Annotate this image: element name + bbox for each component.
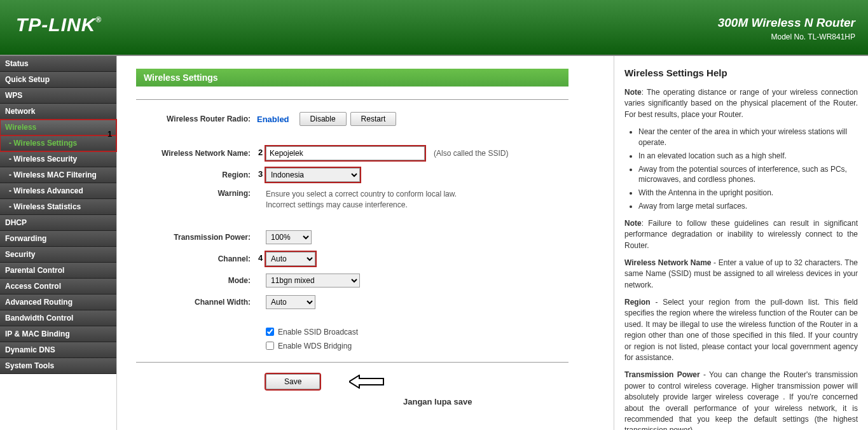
divider — [136, 99, 568, 100]
wds-bridging-checkbox[interactable] — [266, 342, 274, 350]
help-bullet-list: Near the center of the area in which you… — [638, 127, 858, 212]
help-tx-power: Transmission Power - You can change the … — [624, 370, 858, 430]
tx-power-select[interactable]: 100% — [266, 230, 312, 244]
main-content: 1 Wireless Settings Wireless Router Radi… — [117, 56, 614, 430]
warning-text-2: Incorrect settings may cause interferenc… — [266, 200, 568, 211]
sidebar-item-wireless-statistics[interactable]: - Wireless Statistics — [0, 199, 116, 215]
region-label: Region: — [136, 170, 257, 179]
sidebar-item-network[interactable]: Network — [0, 104, 116, 120]
ssid-broadcast-checkbox[interactable] — [266, 328, 274, 336]
sidebar-item-forwarding[interactable]: Forwarding — [0, 231, 116, 247]
save-hint-text: Jangan lupa save — [403, 397, 568, 406]
product-title: 300M Wireless N Router — [718, 16, 855, 30]
sidebar-item-advanced-routing[interactable]: Advanced Routing — [0, 295, 116, 310]
sidebar-item-dhcp[interactable]: DHCP — [0, 215, 116, 231]
help-bullet: Away from large metal surfaces. — [638, 201, 858, 212]
sidebar-item-parental-control[interactable]: Parental Control — [0, 263, 116, 279]
sidebar-item-wps[interactable]: WPS — [0, 88, 116, 104]
sidebar-item-wireless-security[interactable]: - Wireless Security — [0, 151, 116, 167]
header-info: 300M Wireless N Router Model No. TL-WR84… — [718, 16, 855, 41]
help-ssid: Wireless Network Name - Enter a value of… — [624, 258, 858, 291]
help-note-1: Note: The operating distance or range of… — [624, 87, 858, 120]
sidebar-item-bandwidth-control[interactable]: Bandwidth Control — [0, 310, 116, 326]
sidebar-item-dynamic-dns[interactable]: Dynamic DNS — [0, 342, 116, 358]
sidebar-item-system-tools[interactable]: System Tools — [0, 358, 116, 374]
radio-label: Wireless Router Radio: — [136, 114, 257, 123]
ssid-label: Wireless Network Name: — [136, 149, 257, 158]
help-region: Region - Select your region from the pul… — [624, 297, 858, 363]
ssid-input[interactable] — [266, 146, 425, 160]
save-button[interactable]: Save — [266, 374, 320, 389]
disable-button[interactable]: Disable — [300, 112, 347, 126]
sidebar-item-security[interactable]: Security — [0, 247, 116, 263]
model-number: Model No. TL-WR841HP — [718, 32, 855, 41]
help-title: Wireless Settings Help — [624, 67, 858, 78]
channel-select[interactable]: Auto — [266, 252, 315, 266]
radio-status: Enabled — [257, 114, 289, 124]
sidebar-item-quick-setup[interactable]: Quick Setup — [0, 72, 116, 88]
brand-logo: TP-LINK® — [16, 14, 102, 36]
arrow-left-icon — [349, 375, 385, 389]
help-panel: Wireless Settings Help Note: The operati… — [614, 56, 868, 430]
help-note-2: Note: Failure to follow these guidelines… — [624, 218, 858, 251]
page-title: Wireless Settings — [136, 69, 568, 87]
divider-2 — [136, 362, 568, 363]
help-bullet: With the Antenna in the upright position… — [638, 188, 858, 198]
help-bullet: In an elevated location such as a high s… — [638, 151, 858, 162]
sidebar-item-wireless-mac-filtering[interactable]: - Wireless MAC Filtering — [0, 167, 116, 183]
annotation-1: 1 — [107, 129, 112, 139]
sidebar-item-access-control[interactable]: Access Control — [0, 279, 116, 295]
ssid-hint: (Also called the SSID) — [434, 149, 508, 158]
restart-button[interactable]: Restart — [350, 112, 397, 126]
annotation-3: 3 — [258, 169, 263, 179]
sidebar-item-ip-mac-binding[interactable]: IP & MAC Binding — [0, 326, 116, 342]
mode-label: Mode: — [136, 276, 257, 285]
warning-text-1: Ensure you select a correct country to c… — [266, 189, 568, 200]
help-bullet: Away from the potential sources of inter… — [638, 164, 858, 186]
annotation-4: 4 — [258, 253, 263, 263]
annotation-2: 2 — [258, 148, 263, 157]
sidebar-nav: Status Quick Setup WPS Network Wireless … — [0, 56, 117, 430]
sidebar-item-wireless-advanced[interactable]: - Wireless Advanced — [0, 183, 116, 199]
sidebar-item-status[interactable]: Status — [0, 56, 116, 72]
ssid-broadcast-label: Enable SSID Broadcast — [278, 328, 358, 336]
sidebar-item-wireless[interactable]: Wireless — [0, 120, 116, 135]
svg-marker-0 — [349, 375, 383, 388]
channel-label: Channel: — [136, 254, 257, 263]
wds-bridging-label: Enable WDS Bridging — [278, 342, 352, 350]
sidebar-item-wireless-settings[interactable]: - Wireless Settings — [0, 135, 116, 151]
tx-power-label: Transmission Power: — [136, 233, 257, 242]
warning-label: Warning: — [136, 189, 257, 198]
help-bullet: Near the center of the area in which you… — [638, 127, 858, 148]
header-banner: TP-LINK® 300M Wireless N Router Model No… — [0, 0, 868, 56]
region-select[interactable]: Indonesia — [266, 168, 360, 182]
channel-width-select[interactable]: Auto — [266, 295, 315, 309]
channel-width-label: Channel Width: — [136, 298, 257, 307]
mode-select[interactable]: 11bgn mixed — [266, 274, 360, 288]
